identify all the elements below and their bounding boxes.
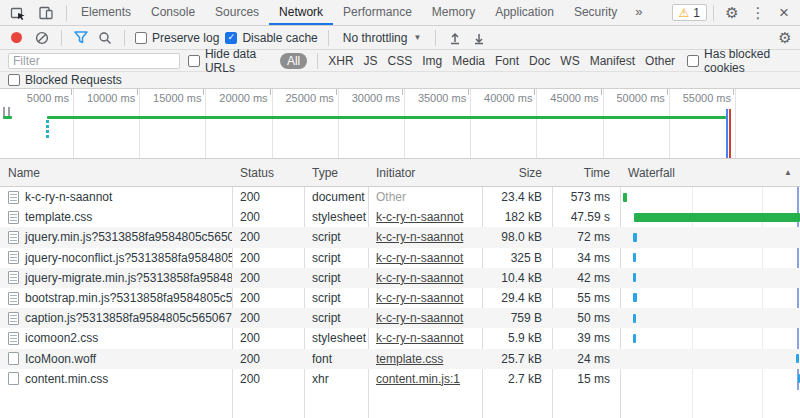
import-har-icon[interactable] bbox=[446, 29, 464, 47]
network-overview-timeline[interactable]: 5000 ms10000 ms15000 ms20000 ms25000 ms3… bbox=[0, 89, 800, 159]
initiator-link[interactable]: k-c-ry-n-saannot bbox=[376, 230, 463, 244]
initiator-cell: content.min.js:1 bbox=[368, 372, 482, 386]
checkbox-unchecked[interactable] bbox=[188, 55, 200, 67]
initiator-link[interactable]: k-c-ry-n-saannot bbox=[376, 210, 463, 224]
tab-application[interactable]: Application bbox=[485, 0, 564, 25]
column-header-name[interactable]: Name bbox=[0, 166, 232, 180]
table-row[interactable]: jquery.min.js?5313858fa9584805c56506…200… bbox=[0, 227, 800, 247]
column-header-size[interactable]: Size bbox=[482, 166, 552, 180]
toolbar-separator-4 bbox=[435, 30, 436, 46]
column-header-time[interactable]: Time bbox=[552, 166, 620, 180]
time-cell: 573 ms bbox=[552, 190, 620, 204]
overview-green-line bbox=[47, 116, 726, 119]
table-row[interactable]: caption.js?5313858fa9584805c565067f…200s… bbox=[0, 308, 800, 328]
hide-data-urls-checkbox[interactable]: Hide data URLs bbox=[188, 47, 272, 75]
initiator-link[interactable]: k-c-ry-n-saannot bbox=[376, 251, 463, 265]
waterfall-bar bbox=[633, 273, 636, 282]
disable-cache-checkbox[interactable]: ✓ Disable cache bbox=[225, 31, 317, 45]
request-name-cell[interactable]: content.min.css bbox=[0, 372, 232, 386]
request-name-cell[interactable]: bootstrap.min.js?5313858fa9584805c56… bbox=[0, 291, 232, 305]
initiator-link[interactable]: k-c-ry-n-saannot bbox=[376, 271, 463, 285]
throttling-select[interactable]: No throttling ▼ bbox=[339, 31, 426, 45]
kebab-menu-icon[interactable]: ⋮ bbox=[746, 2, 770, 24]
tab-sources[interactable]: Sources bbox=[205, 0, 269, 25]
record-button[interactable] bbox=[11, 32, 22, 43]
export-har-icon[interactable] bbox=[470, 29, 488, 47]
filter-pill-manifest[interactable]: Manifest bbox=[590, 54, 635, 68]
table-row[interactable]: jquery-noconflict.js?5313858fa9584805c…2… bbox=[0, 248, 800, 268]
filter-pill-img[interactable]: Img bbox=[422, 54, 442, 68]
network-settings-gear-icon[interactable]: ⚙ bbox=[776, 29, 794, 47]
request-name-cell[interactable]: jquery.min.js?5313858fa9584805c56506… bbox=[0, 230, 232, 244]
more-tabs-button[interactable]: » bbox=[627, 4, 650, 21]
filter-pill-xhr[interactable]: XHR bbox=[328, 54, 353, 68]
column-header-waterfall[interactable]: Waterfall▲ bbox=[620, 166, 800, 180]
filter-pill-css[interactable]: CSS bbox=[388, 54, 413, 68]
status-cell: 200 bbox=[232, 190, 304, 204]
blocked-requests-checkbox[interactable]: Blocked Requests bbox=[8, 73, 122, 87]
waterfall-bar bbox=[633, 314, 636, 323]
initiator-link[interactable]: k-c-ry-n-saannot bbox=[376, 291, 463, 305]
table-row[interactable]: k-c-ry-n-saannot200documentOther23.4 kB5… bbox=[0, 187, 800, 207]
preserve-log-checkbox[interactable]: Preserve log bbox=[135, 31, 219, 45]
status-cell: 200 bbox=[232, 230, 304, 244]
filter-funnel-icon[interactable] bbox=[72, 29, 90, 47]
filter-pill-js[interactable]: JS bbox=[364, 54, 378, 68]
column-header-initiator[interactable]: Initiator bbox=[368, 166, 482, 180]
type-cell: xhr bbox=[304, 372, 368, 386]
search-icon[interactable] bbox=[96, 29, 114, 47]
warning-icon: ⚠ bbox=[679, 7, 690, 19]
table-row[interactable]: icomoon2.css200stylesheetk-c-ry-n-saanno… bbox=[0, 328, 800, 348]
filter-pill-media[interactable]: Media bbox=[452, 54, 485, 68]
settings-gear-icon[interactable]: ⚙ bbox=[720, 2, 744, 24]
filter-pill-ws[interactable]: WS bbox=[560, 54, 579, 68]
overview-tick-label: 35000 ms bbox=[402, 92, 466, 104]
table-row[interactable]: template.css200stylesheetk-c-ry-n-saanno… bbox=[0, 207, 800, 227]
checkbox-unchecked[interactable] bbox=[687, 55, 699, 67]
tab-network[interactable]: Network bbox=[269, 0, 333, 25]
device-toolbar-icon[interactable] bbox=[34, 2, 58, 24]
clear-icon[interactable] bbox=[33, 29, 51, 47]
column-header-status[interactable]: Status bbox=[232, 166, 304, 180]
request-name-cell[interactable]: IcoMoon.woff bbox=[0, 352, 232, 366]
initiator-link[interactable]: k-c-ry-n-saannot bbox=[376, 311, 463, 325]
checkbox-unchecked[interactable] bbox=[8, 74, 20, 86]
request-name-cell[interactable]: icomoon2.css bbox=[0, 331, 232, 345]
checkbox-checked[interactable]: ✓ bbox=[225, 32, 237, 44]
initiator-link[interactable]: k-c-ry-n-saannot bbox=[376, 331, 463, 345]
column-header-type[interactable]: Type bbox=[304, 166, 368, 180]
initiator-link[interactable]: content.min.js:1 bbox=[376, 372, 460, 386]
tab-memory[interactable]: Memory bbox=[422, 0, 485, 25]
request-name-cell[interactable]: caption.js?5313858fa9584805c565067f… bbox=[0, 311, 232, 325]
request-name-cell[interactable]: k-c-ry-n-saannot bbox=[0, 190, 232, 204]
issues-warning-badge[interactable]: ⚠ 1 bbox=[672, 4, 707, 21]
initiator-link[interactable]: template.css bbox=[376, 352, 443, 366]
table-row[interactable]: content.min.css200xhrcontent.min.js:12.7… bbox=[0, 369, 800, 389]
request-name-cell[interactable]: jquery-migrate.min.js?5313858fa958480… bbox=[0, 271, 232, 285]
document-icon bbox=[8, 292, 19, 305]
type-cell: script bbox=[304, 311, 368, 325]
tab-performance[interactable]: Performance bbox=[333, 0, 422, 25]
requests-table: NameStatusTypeInitiatorSizeTimeWaterfall… bbox=[0, 159, 800, 418]
filter-pill-font[interactable]: Font bbox=[495, 54, 519, 68]
filter-pill-other[interactable]: Other bbox=[645, 54, 675, 68]
filter-pill-doc[interactable]: Doc bbox=[529, 54, 550, 68]
has-blocked-cookies-checkbox[interactable]: Has blocked cookies bbox=[687, 47, 792, 75]
table-row[interactable]: IcoMoon.woff200fonttemplate.css25.7 kB24… bbox=[0, 349, 800, 369]
preserve-log-label: Preserve log bbox=[152, 31, 219, 45]
request-name-cell[interactable]: jquery-noconflict.js?5313858fa9584805c… bbox=[0, 251, 232, 265]
filter-input[interactable] bbox=[8, 53, 180, 69]
inspect-element-icon[interactable] bbox=[6, 2, 30, 24]
tab-elements[interactable]: Elements bbox=[71, 0, 141, 25]
filter-pill-all[interactable]: All bbox=[280, 53, 307, 69]
tab-console[interactable]: Console bbox=[141, 0, 205, 25]
request-name-cell[interactable]: template.css bbox=[0, 210, 232, 224]
status-cell: 200 bbox=[232, 251, 304, 265]
checkbox-unchecked[interactable] bbox=[135, 32, 147, 44]
table-row[interactable]: jquery-migrate.min.js?5313858fa958480…20… bbox=[0, 268, 800, 288]
type-cell: document bbox=[304, 190, 368, 204]
tab-security[interactable]: Security bbox=[564, 0, 627, 25]
table-row[interactable]: bootstrap.min.js?5313858fa9584805c56…200… bbox=[0, 288, 800, 308]
close-devtools-icon[interactable]: × bbox=[772, 2, 796, 24]
time-cell: 34 ms bbox=[552, 251, 620, 265]
